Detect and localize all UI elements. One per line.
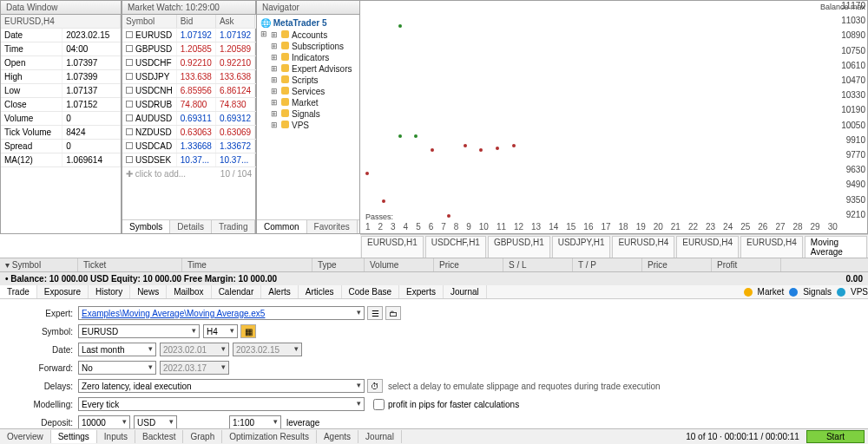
toolbox-right-icons: MarketSignalsVPS bbox=[744, 285, 868, 298]
chart-tab[interactable]: USDCHF,H1 bbox=[425, 236, 486, 258]
expert-open-icon[interactable]: 🗀 bbox=[385, 306, 401, 320]
navigator-root[interactable]: 🌐 MetaTrader 5 bbox=[260, 17, 356, 29]
vps-icon[interactable] bbox=[837, 288, 845, 297]
data-window-row: Volume0 bbox=[1, 112, 121, 126]
toolbox-tab[interactable]: Alerts bbox=[261, 285, 299, 298]
chart-point bbox=[414, 134, 418, 138]
chart-tab[interactable]: EURUSD,H1 bbox=[361, 236, 424, 258]
navigator-tab[interactable]: Favorites bbox=[307, 220, 358, 233]
navigator-tab[interactable]: Common bbox=[257, 220, 307, 233]
positions-col[interactable]: Price bbox=[642, 258, 712, 271]
tester-tab[interactable]: Settings bbox=[51, 430, 97, 443]
symbol-spec-icon[interactable]: ▦ bbox=[240, 324, 256, 338]
leverage-label: leverage bbox=[286, 418, 319, 428]
data-window-row: Date2023.02.15 bbox=[1, 29, 121, 42]
col-symbol[interactable]: Symbol bbox=[122, 15, 176, 29]
chart-point bbox=[512, 144, 516, 147]
forward-select[interactable]: No bbox=[78, 361, 156, 375]
positions-col[interactable]: Time bbox=[182, 258, 312, 271]
tester-tab[interactable]: Agents bbox=[317, 430, 358, 443]
date-range-select[interactable]: Last month bbox=[78, 343, 156, 356]
navigator-item[interactable]: Subscriptions bbox=[271, 41, 356, 52]
market-icon[interactable] bbox=[744, 288, 753, 297]
leverage-select[interactable]: 1:100 bbox=[229, 415, 281, 429]
market-watch-tab[interactable]: Trading bbox=[212, 220, 256, 233]
navigator-item[interactable]: Scripts bbox=[271, 75, 356, 86]
tester-tab[interactable]: Inputs bbox=[97, 430, 135, 443]
toolbox-tab[interactable]: History bbox=[89, 285, 130, 298]
positions-col[interactable]: S / L bbox=[503, 258, 573, 271]
toolbox-tab[interactable]: Code Base bbox=[342, 285, 399, 298]
toolbox-tab[interactable]: Trade bbox=[0, 285, 37, 298]
toolbox-tab[interactable]: Calendar bbox=[212, 285, 262, 298]
chart-point bbox=[398, 134, 402, 138]
positions-col[interactable]: Profit bbox=[712, 258, 781, 271]
market-watch-tab[interactable]: Details bbox=[170, 220, 212, 233]
chart-tab[interactable]: Moving Average bbox=[805, 236, 867, 258]
chart-xlabel: Passes: bbox=[365, 212, 393, 221]
modelling-select[interactable]: Every tick bbox=[78, 397, 365, 411]
toolbox-tab[interactable]: Articles bbox=[299, 285, 342, 298]
tester-settings: Expert: Examples\Moving Average\Moving A… bbox=[0, 299, 868, 444]
positions-col[interactable]: T / P bbox=[573, 258, 642, 271]
market-watch-count: 10 / 104 bbox=[220, 169, 252, 179]
market-watch-tab[interactable]: Symbols bbox=[122, 220, 170, 233]
chart-tab[interactable]: GBPUSD,H1 bbox=[488, 236, 550, 258]
forward-date: 2022.03.17 bbox=[160, 361, 229, 375]
delays-select[interactable]: Zero latency, ideal execution bbox=[78, 379, 365, 393]
toolbox-tab[interactable]: Experts bbox=[399, 285, 444, 298]
pips-checkbox[interactable] bbox=[373, 399, 385, 410]
expert-config-icon[interactable]: ☰ bbox=[367, 306, 383, 320]
start-button[interactable]: Start bbox=[806, 430, 865, 443]
col-ask[interactable]: Ask bbox=[215, 15, 254, 29]
toolbox-tab[interactable]: News bbox=[130, 285, 167, 298]
tester-tab[interactable]: Backtest bbox=[135, 430, 183, 443]
chart-tab[interactable]: EURUSD,H4 bbox=[612, 236, 674, 258]
delays-note: select a delay to emulate slippage and r… bbox=[388, 382, 661, 391]
toolbox-tabs: TradeExposureHistoryNewsMailboxCalendarA… bbox=[0, 285, 868, 299]
market-watch-panel: Market Watch: 10:29:00 Symbol Bid Ask Da… bbox=[122, 0, 256, 234]
chart-tab[interactable]: EURUSD,H4 bbox=[676, 236, 739, 258]
data-window-grid: EURUSD,H4 Date2023.02.15Time04:00Open1.0… bbox=[1, 15, 121, 167]
navigator-item[interactable]: Indicators bbox=[271, 52, 356, 63]
data-window-row: Low1.07137 bbox=[1, 84, 121, 98]
positions-col[interactable]: Volume bbox=[365, 258, 434, 271]
positions-col[interactable]: Type bbox=[312, 258, 365, 271]
deposit-ccy[interactable]: USD bbox=[134, 415, 177, 429]
market-watch-add[interactable]: click to add... bbox=[135, 169, 186, 179]
chart-tab[interactable]: USDJPY,H1 bbox=[552, 236, 611, 258]
navigator-item[interactable]: Market bbox=[271, 97, 356, 108]
toolbox-tab[interactable]: Mailbox bbox=[167, 285, 211, 298]
timeframe-select[interactable]: H4 bbox=[203, 324, 238, 338]
data-window-symbol: EURUSD,H4 bbox=[1, 15, 121, 29]
tester-tab[interactable]: Graph bbox=[183, 430, 222, 443]
toolbox-tab[interactable]: Exposure bbox=[37, 285, 89, 298]
deposit-input[interactable]: 10000 bbox=[78, 415, 130, 429]
modelling-label: Modelling: bbox=[17, 400, 78, 409]
chart-tab[interactable]: EURUSD,H4 bbox=[740, 236, 803, 258]
data-window-row: Spread0 bbox=[1, 140, 121, 153]
signals-icon[interactable] bbox=[789, 288, 798, 297]
navigator-item[interactable]: Signals bbox=[271, 108, 356, 120]
delays-help-icon[interactable]: ⏱ bbox=[367, 379, 383, 393]
navigator-item[interactable]: Expert Advisors bbox=[271, 63, 356, 75]
chart-point bbox=[447, 214, 450, 218]
tester-tab[interactable]: Optimization Results bbox=[222, 430, 317, 443]
tester-tab[interactable]: Overview bbox=[0, 430, 51, 443]
navigator-item[interactable]: Services bbox=[271, 86, 356, 97]
balance-bar: • Balance: 10 000.00 USD Equity: 10 000.… bbox=[0, 272, 868, 285]
navigator-item[interactable]: VPS bbox=[271, 120, 356, 131]
positions-col[interactable]: Price bbox=[434, 258, 503, 271]
expert-select[interactable]: Examples\Moving Average\Moving Average.e… bbox=[78, 306, 365, 320]
navigator-item[interactable]: Accounts bbox=[271, 29, 356, 41]
navigator-tree: 🌐 MetaTrader 5 AccountsSubscriptionsIndi… bbox=[257, 15, 359, 134]
chart-point bbox=[365, 172, 369, 175]
col-bid[interactable]: Bid bbox=[176, 15, 215, 29]
tester-tab[interactable]: Journal bbox=[358, 430, 402, 443]
toolbox-tab[interactable]: Journal bbox=[444, 285, 487, 298]
chart-point bbox=[464, 144, 467, 147]
symbol-select[interactable]: EURUSD bbox=[78, 324, 200, 338]
positions-col[interactable]: Ticket bbox=[78, 258, 182, 271]
navigator-title: Navigator bbox=[257, 1, 359, 15]
positions-col[interactable]: ▾ Symbol bbox=[0, 258, 78, 271]
